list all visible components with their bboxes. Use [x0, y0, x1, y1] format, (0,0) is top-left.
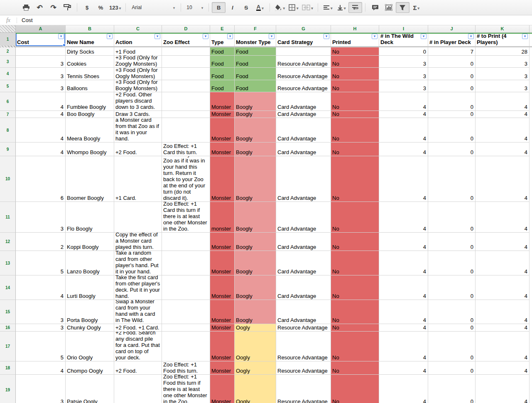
- cell-F15[interactable]: Boogly: [235, 300, 276, 324]
- cell-K3[interactable]: 3: [476, 56, 530, 68]
- cell-J8[interactable]: 0: [428, 118, 476, 143]
- cell-H8[interactable]: No: [331, 118, 379, 143]
- column-header-C[interactable]: C: [114, 25, 162, 33]
- column-header-D[interactable]: D: [162, 25, 210, 33]
- cell-K18[interactable]: 4: [476, 361, 530, 375]
- cell-J19[interactable]: 0: [428, 375, 476, 403]
- column-header-A[interactable]: A: [16, 25, 66, 33]
- print-button[interactable]: [19, 2, 33, 13]
- cell-H3[interactable]: No: [331, 56, 379, 68]
- cell-H13[interactable]: No: [331, 251, 379, 275]
- cell-I17[interactable]: 4: [379, 332, 428, 361]
- cell-A7[interactable]: 4: [16, 111, 66, 118]
- filter-dropdown-button-A[interactable]: [58, 34, 64, 39]
- frozen-row-divider[interactable]: [0, 46, 532, 47]
- functions-button[interactable]: Σ: [409, 2, 423, 13]
- cell-D18[interactable]: Zoo Effect: +1 Food this turn.: [162, 361, 210, 375]
- filter-dropdown-button-J[interactable]: [468, 34, 474, 39]
- cell-I6[interactable]: 4: [379, 92, 428, 111]
- cell-D11[interactable]: Zoo Effect: +1 Card this turn if there i…: [162, 202, 210, 233]
- header-cell-C1[interactable]: Action: [114, 33, 162, 46]
- cell-B6[interactable]: Fumblee Boogly: [66, 92, 114, 111]
- cell-G19[interactable]: Resource Advantage: [276, 375, 331, 403]
- cell-I16[interactable]: 4: [379, 324, 428, 332]
- cell-H2[interactable]: No: [331, 47, 379, 56]
- cell-B7[interactable]: Boo Boogly: [66, 111, 114, 118]
- text-wrap-button[interactable]: [348, 2, 362, 13]
- cell-C4[interactable]: +3 Food (Only for Oogly Monsters): [114, 68, 162, 80]
- cell-E3[interactable]: Food: [210, 56, 235, 68]
- header-cell-H1[interactable]: Printed: [331, 33, 379, 46]
- cell-H11[interactable]: No: [331, 202, 379, 233]
- cell-J11[interactable]: 0: [428, 202, 476, 233]
- cell-K5[interactable]: 3: [476, 80, 530, 92]
- cell-G15[interactable]: Card Advantage: [276, 300, 331, 324]
- cell-E6[interactable]: Monster: [210, 92, 235, 111]
- cell-J17[interactable]: 0: [428, 332, 476, 361]
- cell-B3[interactable]: Cookies: [66, 56, 114, 68]
- cell-G6[interactable]: Card Advantage: [276, 92, 331, 111]
- cell-E14[interactable]: Monster: [210, 275, 235, 300]
- cell-D9[interactable]: Zoo Effect: +1 Card this turn.: [162, 143, 210, 156]
- cell-A2[interactable]: [16, 47, 66, 56]
- cell-J6[interactable]: 0: [428, 92, 476, 111]
- cell-G13[interactable]: Card Advantage: [276, 251, 331, 275]
- cell-J4[interactable]: 0: [428, 68, 476, 80]
- cell-I12[interactable]: 4: [379, 233, 428, 251]
- cell-D17[interactable]: [162, 332, 210, 361]
- comment-button[interactable]: [368, 2, 382, 13]
- cell-G4[interactable]: Resource Advantage: [276, 68, 331, 80]
- filter-dropdown-button-E[interactable]: [227, 34, 233, 39]
- cell-F4[interactable]: Food: [235, 68, 276, 80]
- row-header-12[interactable]: 12: [0, 233, 16, 251]
- row-header-18[interactable]: 18: [0, 361, 16, 375]
- header-cell-F1[interactable]: Monster Type: [235, 33, 276, 46]
- column-header-J[interactable]: J: [428, 25, 476, 33]
- cell-B16[interactable]: Chunky Oogly: [66, 324, 114, 332]
- cell-C8[interactable]: Pick any Zoo. Play a Monster card from t…: [114, 118, 162, 143]
- cell-F9[interactable]: Boogly: [235, 143, 276, 156]
- cell-I7[interactable]: 4: [379, 111, 428, 118]
- cell-I11[interactable]: 4: [379, 202, 428, 233]
- row-header-2[interactable]: 2: [0, 47, 16, 56]
- cell-D6[interactable]: [162, 92, 210, 111]
- formula-input[interactable]: Cost: [17, 17, 33, 23]
- cell-B8[interactable]: Meera Boogly: [66, 118, 114, 143]
- cell-J2[interactable]: 7: [428, 47, 476, 56]
- cell-B13[interactable]: Lanzo Boogly: [66, 251, 114, 275]
- cell-F12[interactable]: Boogly: [235, 233, 276, 251]
- column-header-H[interactable]: H: [331, 25, 379, 33]
- strikethrough-button[interactable]: S: [239, 2, 253, 13]
- row-header-19[interactable]: 19: [0, 375, 16, 403]
- row-header-16[interactable]: 16: [0, 324, 16, 332]
- cell-I13[interactable]: 4: [379, 251, 428, 275]
- cell-F6[interactable]: Boogly: [235, 92, 276, 111]
- cell-I4[interactable]: 3: [379, 68, 428, 80]
- filter-dropdown-button-H[interactable]: [372, 34, 378, 39]
- cell-A11[interactable]: 3: [16, 202, 66, 233]
- cell-I18[interactable]: 4: [379, 361, 428, 375]
- row-header-4[interactable]: 4: [0, 68, 16, 80]
- header-cell-I1[interactable]: # in The Wild Deck: [379, 33, 428, 46]
- cell-I14[interactable]: 4: [379, 275, 428, 300]
- insert-chart-button[interactable]: [382, 2, 396, 13]
- header-cell-D1[interactable]: Zoo Effect: [162, 33, 210, 46]
- cell-B9[interactable]: Whompo Boogly: [66, 143, 114, 156]
- cell-K14[interactable]: 4: [476, 275, 530, 300]
- cell-D14[interactable]: [162, 275, 210, 300]
- cell-A6[interactable]: 4: [16, 92, 66, 111]
- cell-G5[interactable]: Resource Advantage: [276, 80, 331, 92]
- cell-E10[interactable]: Monster: [210, 156, 235, 202]
- cell-E18[interactable]: Monster: [210, 361, 235, 375]
- cell-A9[interactable]: 4: [16, 143, 66, 156]
- filter-button[interactable]: [396, 2, 409, 13]
- row-header-3[interactable]: 3: [0, 56, 16, 68]
- cell-A17[interactable]: 5: [16, 332, 66, 361]
- cell-C15[interactable]: Swap a Monster card from your hand with …: [114, 300, 162, 324]
- column-header-G[interactable]: G: [276, 25, 331, 33]
- cell-F17[interactable]: Oogly: [235, 332, 276, 361]
- cell-K12[interactable]: 4: [476, 233, 530, 251]
- cell-K9[interactable]: 4: [476, 143, 530, 156]
- filter-dropdown-button-C[interactable]: [154, 34, 160, 39]
- cell-F3[interactable]: Food: [235, 56, 276, 68]
